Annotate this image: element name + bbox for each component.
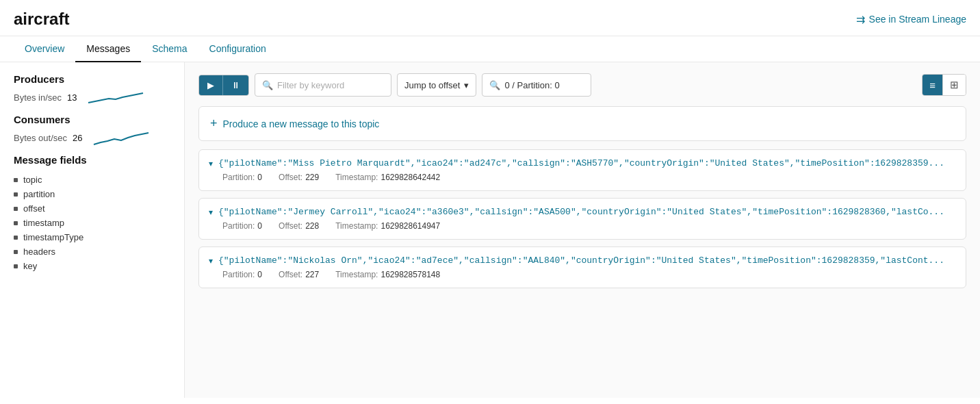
toolbar: ▶ ⏸ 🔍 Jump to offset ▾ 🔍 0 / Partition: … bbox=[198, 73, 966, 97]
message-fields-title: Message fields bbox=[14, 154, 170, 166]
field-label-key: key bbox=[23, 261, 37, 271]
page-header: aircraft ⇉ See in Stream Lineage bbox=[0, 0, 980, 36]
field-item-headers: headers bbox=[14, 244, 170, 259]
app-title: aircraft bbox=[14, 10, 69, 29]
meta-timestamp-2: Timestamp: 1629828614947 bbox=[335, 221, 440, 231]
message-json-3[interactable]: {"pilotName":"Nickolas Orn","icao24":"ad… bbox=[218, 255, 956, 266]
field-bullet-partition bbox=[14, 192, 18, 197]
search-icon-partition: 🔍 bbox=[489, 80, 500, 90]
field-bullet-headers bbox=[14, 250, 18, 254]
field-bullet-timestampType bbox=[14, 236, 18, 240]
bytes-in-value: 13 bbox=[67, 92, 77, 103]
field-item-partition: partition bbox=[14, 187, 170, 201]
timestamp-val-3: 1629828578148 bbox=[381, 270, 440, 279]
bytes-out-label: Bytes out/sec bbox=[14, 133, 67, 143]
message-header-1: ▾ {"pilotName":"Miss Pietro Marquardt","… bbox=[209, 158, 956, 168]
plus-icon: + bbox=[210, 116, 218, 131]
meta-partition-2: Partition: 0 bbox=[222, 221, 262, 231]
tab-overview[interactable]: Overview bbox=[14, 36, 75, 62]
play-pause-group: ▶ ⏸ bbox=[198, 75, 249, 96]
message-card-3: ▾ {"pilotName":"Nickolas Orn","icao24":"… bbox=[198, 247, 966, 288]
producers-title: Producers bbox=[14, 73, 170, 85]
tab-bar: Overview Messages Schema Configuration bbox=[0, 36, 980, 62]
view-list-button[interactable]: ≡ bbox=[923, 75, 942, 95]
stream-lineage-label: See in Stream Lineage bbox=[869, 14, 966, 25]
tab-messages[interactable]: Messages bbox=[75, 36, 141, 62]
consumers-sparkline bbox=[94, 129, 149, 146]
partition-input-wrapper[interactable]: 🔍 0 / Partition: 0 bbox=[482, 73, 591, 97]
message-meta-3: Partition: 0 Offset: 227 Timestamp: 1629… bbox=[209, 270, 956, 279]
field-label-partition: partition bbox=[23, 189, 55, 199]
partition-val-2: 0 bbox=[257, 221, 262, 231]
field-bullet-topic bbox=[14, 178, 18, 182]
message-header-3: ▾ {"pilotName":"Nickolas Orn","icao24":"… bbox=[209, 255, 956, 266]
field-bullet-offset bbox=[14, 207, 18, 211]
offset-val-2: 228 bbox=[305, 221, 319, 231]
message-card-2: ▾ {"pilotName":"Jermey Carroll","icao24"… bbox=[198, 198, 966, 240]
stream-lineage-arrow-icon: ⇉ bbox=[856, 13, 865, 26]
content-area: ▶ ⏸ 🔍 Jump to offset ▾ 🔍 0 / Partition: … bbox=[185, 62, 980, 398]
sidebar: Producers Bytes in/sec 13 Consumers Byte… bbox=[0, 62, 185, 398]
consumers-title: Consumers bbox=[14, 114, 170, 125]
field-item-timestampType: timestampType bbox=[14, 230, 170, 244]
field-label-topic: topic bbox=[23, 175, 42, 185]
produce-message-bar[interactable]: + Produce a new message to this topic bbox=[198, 106, 966, 141]
bytes-out-value: 26 bbox=[73, 133, 82, 143]
partition-value: 0 / Partition: 0 bbox=[504, 80, 559, 90]
field-item-key: key bbox=[14, 259, 170, 273]
meta-offset-3: Offset: 227 bbox=[279, 270, 319, 279]
view-toggle: ≡ ⊞ bbox=[922, 74, 966, 96]
field-label-headers: headers bbox=[23, 247, 55, 257]
stream-lineage-link[interactable]: ⇉ See in Stream Lineage bbox=[856, 13, 966, 26]
expand-icon-2[interactable]: ▾ bbox=[209, 207, 213, 217]
field-label-offset: offset bbox=[23, 203, 45, 214]
jump-offset-dropdown[interactable]: Jump to offset ▾ bbox=[397, 73, 476, 97]
partition-val-3: 0 bbox=[257, 270, 262, 279]
play-button[interactable]: ▶ bbox=[199, 75, 222, 95]
partition-val-1: 0 bbox=[257, 173, 262, 182]
search-icon: 🔍 bbox=[262, 80, 273, 90]
chevron-down-icon: ▾ bbox=[464, 80, 469, 90]
message-card-1: ▾ {"pilotName":"Miss Pietro Marquardt","… bbox=[198, 149, 966, 191]
field-label-timestamp: timestamp bbox=[23, 218, 64, 228]
field-bullet-timestamp bbox=[14, 221, 18, 225]
main-layout: Producers Bytes in/sec 13 Consumers Byte… bbox=[0, 62, 980, 398]
meta-timestamp-1: Timestamp: 1629828642442 bbox=[335, 173, 440, 182]
field-bullet-key bbox=[14, 264, 18, 268]
field-item-topic: topic bbox=[14, 173, 170, 187]
filter-input[interactable] bbox=[277, 80, 384, 90]
tab-schema[interactable]: Schema bbox=[141, 36, 198, 62]
message-meta-1: Partition: 0 Offset: 229 Timestamp: 1629… bbox=[209, 173, 956, 182]
message-json-1[interactable]: {"pilotName":"Miss Pietro Marquardt","ic… bbox=[218, 158, 956, 168]
filter-input-wrapper[interactable]: 🔍 bbox=[255, 73, 391, 97]
view-grid-button[interactable]: ⊞ bbox=[942, 75, 966, 95]
pause-button[interactable]: ⏸ bbox=[222, 75, 248, 95]
offset-val-3: 227 bbox=[305, 270, 319, 279]
expand-icon-1[interactable]: ▾ bbox=[209, 159, 213, 168]
message-header-2: ▾ {"pilotName":"Jermey Carroll","icao24"… bbox=[209, 207, 956, 217]
jump-offset-label: Jump to offset bbox=[404, 80, 460, 90]
tab-configuration[interactable]: Configuration bbox=[198, 36, 277, 62]
meta-timestamp-3: Timestamp: 1629828578148 bbox=[335, 270, 440, 279]
message-meta-2: Partition: 0 Offset: 228 Timestamp: 1629… bbox=[209, 221, 956, 231]
timestamp-val-2: 1629828614947 bbox=[381, 221, 440, 231]
field-list: topic partition offset timestamp timesta… bbox=[14, 173, 170, 273]
meta-partition-1: Partition: 0 bbox=[222, 173, 262, 182]
meta-offset-1: Offset: 229 bbox=[279, 173, 319, 182]
field-item-timestamp: timestamp bbox=[14, 216, 170, 230]
message-json-2[interactable]: {"pilotName":"Jermey Carroll","icao24":"… bbox=[218, 207, 956, 217]
expand-icon-3[interactable]: ▾ bbox=[209, 256, 213, 266]
consumers-bytes-row: Bytes out/sec 26 bbox=[14, 129, 170, 146]
field-label-timestampType: timestampType bbox=[23, 232, 83, 242]
offset-val-1: 229 bbox=[305, 173, 319, 182]
timestamp-val-1: 1629828642442 bbox=[381, 173, 440, 182]
producers-sparkline bbox=[88, 89, 143, 105]
produce-label: Produce a new message to this topic bbox=[223, 118, 380, 129]
field-item-offset: offset bbox=[14, 201, 170, 216]
meta-partition-3: Partition: 0 bbox=[222, 270, 262, 279]
bytes-in-label: Bytes in/sec bbox=[14, 92, 62, 103]
producers-bytes-row: Bytes in/sec 13 bbox=[14, 89, 170, 105]
meta-offset-2: Offset: 228 bbox=[279, 221, 319, 231]
